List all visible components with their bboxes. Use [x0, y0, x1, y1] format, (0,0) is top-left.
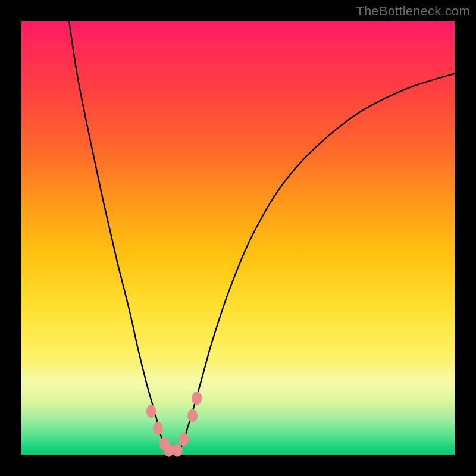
watermark-text: TheBottleneck.com	[356, 4, 470, 19]
plot-area	[21, 21, 455, 455]
chart-frame: TheBottleneck.com	[0, 0, 476, 476]
